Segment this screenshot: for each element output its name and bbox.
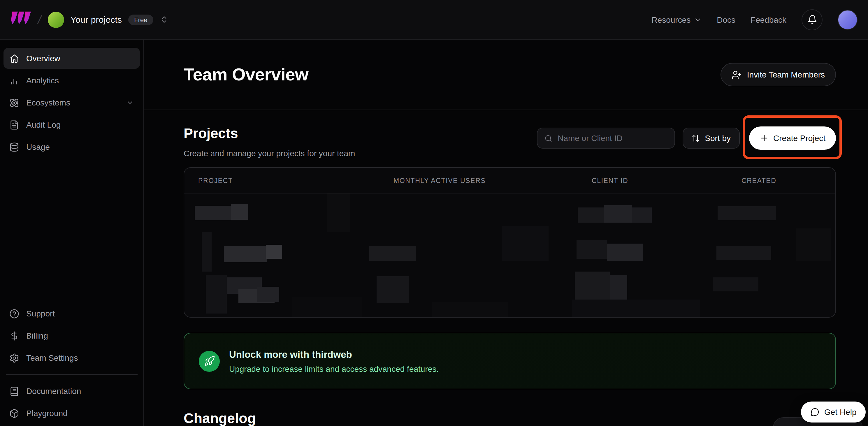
sort-by-button[interactable]: Sort by (683, 128, 740, 149)
sidebar-item-analytics[interactable]: Analytics (3, 70, 140, 91)
nav-resources[interactable]: Resources (651, 15, 702, 24)
atom-icon (9, 98, 19, 107)
topbar: / Your projects Free Resources Docs Feed… (0, 0, 868, 40)
banner-title: Unlock more with thirdweb (229, 349, 439, 360)
breadcrumb-separator: / (36, 12, 43, 27)
projects-toolbar: Projects Create and manage your projects… (184, 125, 836, 158)
database-icon (9, 142, 19, 152)
sidebar-divider (6, 374, 137, 375)
user-avatar[interactable] (838, 10, 858, 29)
search-icon (545, 134, 552, 142)
rocket-icon (199, 351, 220, 371)
sidebar-item-billing[interactable]: Billing (3, 325, 140, 346)
column-created: CREATED (742, 177, 835, 184)
column-monthly-active-users: MONTHLY ACTIVE USERS (394, 177, 592, 184)
book-icon (9, 386, 19, 396)
sidebar-item-support[interactable]: Support (3, 303, 140, 324)
team-avatar[interactable] (48, 11, 64, 28)
changelog-title: Changelog (184, 410, 836, 426)
chevron-down-icon (693, 15, 702, 24)
page-header: Team Overview Invite Team Members (144, 40, 868, 110)
column-project: PROJECT (198, 177, 394, 184)
projects-table: PROJECT MONTHLY ACTIVE USERS CLIENT ID C… (184, 167, 836, 318)
sidebar-item-audit-log[interactable]: Audit Log (3, 114, 140, 135)
chevron-down-icon (126, 98, 134, 107)
projects-table-redacted-rows[interactable] (184, 194, 835, 317)
sidebar: Overview Analytics Ecosystems Audit Log (0, 40, 144, 426)
project-search-field[interactable] (537, 128, 675, 149)
sidebar-item-documentation[interactable]: Documentation (3, 381, 140, 401)
nav-docs[interactable]: Docs (717, 15, 735, 24)
search-input[interactable] (558, 133, 668, 143)
thirdweb-dashboard: / Your projects Free Resources Docs Feed… (0, 0, 868, 426)
create-project-button[interactable]: Create Project (749, 127, 836, 150)
box-icon (9, 408, 19, 418)
sidebar-item-team-settings[interactable]: Team Settings (3, 347, 140, 368)
help-circle-icon (9, 308, 19, 319)
projects-title: Projects (184, 125, 355, 142)
banner-subtitle: Upgrade to increase limits and access ad… (229, 364, 439, 373)
file-text-icon (9, 120, 19, 130)
sidebar-item-usage[interactable]: Usage (3, 136, 140, 157)
user-plus-icon (732, 70, 742, 79)
projects-table-header: PROJECT MONTHLY ACTIVE USERS CLIENT ID C… (184, 168, 835, 194)
bell-icon (807, 14, 817, 25)
nav-feedback[interactable]: Feedback (750, 15, 786, 24)
plan-badge: Free (128, 14, 153, 25)
sidebar-item-ecosystems[interactable]: Ecosystems (3, 92, 140, 113)
chat-bubble-icon (810, 407, 819, 417)
page-title: Team Overview (184, 65, 308, 85)
bar-chart-icon (9, 75, 19, 86)
breadcrumb-team-name[interactable]: Your projects (70, 14, 122, 25)
projects-subtitle: Create and manage your projects for your… (184, 149, 355, 158)
dollar-icon (9, 331, 19, 340)
invite-team-members-button[interactable]: Invite Team Members (721, 63, 836, 86)
sidebar-item-overview[interactable]: Overview (3, 48, 140, 69)
gear-icon (9, 353, 19, 363)
sidebar-item-playground[interactable]: Playground (3, 403, 140, 424)
notifications-button[interactable] (802, 9, 823, 30)
get-help-button[interactable]: Get Help (801, 401, 866, 423)
column-client-id: CLIENT ID (592, 177, 742, 184)
team-switcher-icon[interactable] (160, 15, 168, 24)
plus-icon (759, 133, 769, 143)
main-content: Team Overview Invite Team Members Projec… (144, 40, 868, 426)
arrow-up-down-icon (691, 134, 700, 142)
upsell-banner[interactable]: Unlock more with thirdweb Upgrade to inc… (184, 333, 836, 389)
home-icon (9, 53, 19, 63)
thirdweb-logo-icon[interactable] (9, 11, 31, 28)
